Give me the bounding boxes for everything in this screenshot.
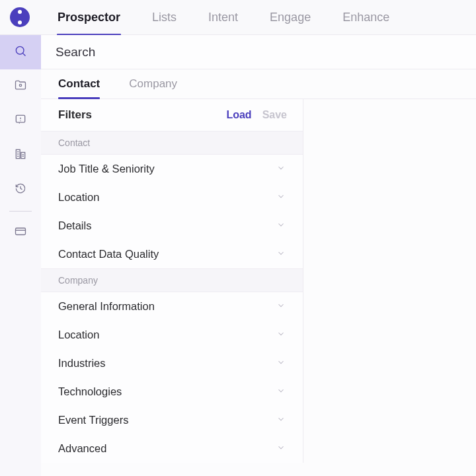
contact-folder-icon <box>14 79 27 95</box>
filter-label: General Information <box>58 300 155 313</box>
sidebar-search[interactable] <box>0 35 41 69</box>
filter-industries[interactable]: Industries <box>41 349 303 377</box>
subtab-company[interactable]: Company <box>129 77 177 99</box>
chevron-down-icon <box>276 220 286 232</box>
chevron-down-icon <box>276 192 286 204</box>
subtab-contact[interactable]: Contact <box>58 77 100 99</box>
filter-details[interactable]: Details <box>41 212 303 240</box>
filter-label: Event Triggers <box>58 414 128 426</box>
filters-panel: Filters Load Save Contact Job Title & Se… <box>41 99 303 463</box>
building-icon <box>14 147 27 163</box>
svg-point-5 <box>20 120 20 121</box>
top-nav: Prospector Lists Intent Engage Enhance <box>0 0 476 35</box>
search-input[interactable]: Search <box>41 35 476 69</box>
filter-label: Industries <box>58 357 106 370</box>
nav-engage[interactable]: Engage <box>270 11 311 24</box>
filter-general-info[interactable]: General Information <box>41 292 303 321</box>
main-area: Search Contact Company Filters Load Save… <box>41 35 476 476</box>
search-icon <box>14 44 27 60</box>
filter-contact-location[interactable]: Location <box>41 183 303 212</box>
sidebar-companies[interactable] <box>0 138 41 173</box>
chevron-down-icon <box>276 249 286 260</box>
filter-company-location[interactable]: Location <box>41 321 303 349</box>
filter-job-title[interactable]: Job Title & Seniority <box>41 155 303 183</box>
filter-section-contact-label: Contact <box>41 131 303 155</box>
alert-icon <box>14 113 27 129</box>
left-sidebar <box>0 35 41 476</box>
svg-point-0 <box>16 46 24 54</box>
sidebar-contacts[interactable] <box>0 69 41 104</box>
filter-label: Advanced <box>58 442 106 455</box>
sidebar-divider <box>9 211 32 212</box>
filter-label: Job Title & Seniority <box>58 163 155 175</box>
filters-title: Filters <box>58 108 92 122</box>
svg-point-2 <box>19 84 21 86</box>
save-button[interactable]: Save <box>262 109 287 121</box>
chevron-down-icon <box>276 443 286 455</box>
svg-rect-7 <box>21 153 25 159</box>
filter-section-company-label: Company <box>41 268 303 292</box>
nav-prospector[interactable]: Prospector <box>58 11 120 24</box>
filters-header: Filters Load Save <box>41 99 303 131</box>
card-icon <box>14 225 27 241</box>
sidebar-alerts[interactable] <box>0 104 41 138</box>
chevron-down-icon <box>276 329 286 341</box>
nav-lists[interactable]: Lists <box>152 11 177 24</box>
chevron-down-icon <box>276 301 286 313</box>
sidebar-history[interactable] <box>0 173 41 207</box>
chevron-down-icon <box>276 163 286 175</box>
svg-line-1 <box>23 54 26 56</box>
filter-label: Details <box>58 219 91 232</box>
filter-label: Location <box>58 191 99 204</box>
filter-label: Technologies <box>58 385 122 398</box>
chevron-down-icon <box>276 415 286 426</box>
top-nav-items: Prospector Lists Intent Engage Enhance <box>58 11 389 24</box>
filter-label: Contact Data Quality <box>58 248 159 260</box>
filter-label: Location <box>58 329 99 341</box>
nav-enhance[interactable]: Enhance <box>342 11 389 24</box>
filter-subtabs: Contact Company <box>41 69 476 99</box>
filter-event-triggers[interactable]: Event Triggers <box>41 406 303 434</box>
filter-technologies[interactable]: Technologies <box>41 377 303 406</box>
chevron-down-icon <box>276 386 286 398</box>
filters-actions: Load Save <box>226 109 287 121</box>
app-logo[interactable] <box>10 7 30 27</box>
history-icon <box>14 182 27 198</box>
filter-data-quality[interactable]: Contact Data Quality <box>41 240 303 268</box>
nav-intent[interactable]: Intent <box>208 11 238 24</box>
chevron-down-icon <box>276 358 286 370</box>
filter-advanced[interactable]: Advanced <box>41 434 303 463</box>
load-button[interactable]: Load <box>226 109 251 121</box>
sidebar-billing[interactable] <box>0 216 41 250</box>
svg-rect-13 <box>16 228 26 235</box>
